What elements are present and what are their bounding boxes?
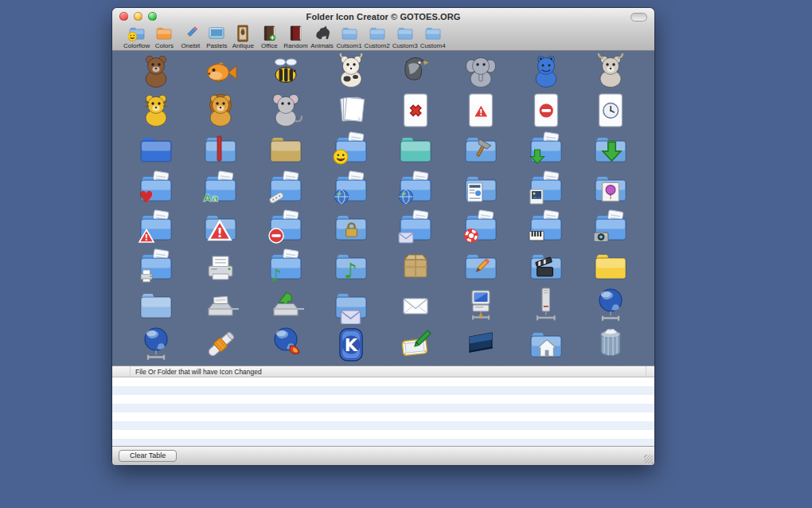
icon-card-red-x[interactable] <box>384 92 449 131</box>
icon-outbox-tray[interactable] <box>253 286 318 325</box>
icon-folder-music[interactable]: ♪ <box>318 247 384 286</box>
icon-folder-light-blue[interactable] <box>123 286 189 325</box>
icon-kde-logo[interactable]: K <box>318 325 384 364</box>
icon-lion[interactable] <box>189 92 254 131</box>
file-table[interactable] <box>112 377 654 446</box>
resize-grip[interactable] <box>644 455 653 463</box>
icon-bear[interactable] <box>123 53 189 92</box>
pencil-mini-icon <box>182 25 199 42</box>
toolbar-item-label: Custom3 <box>392 42 418 49</box>
icon-folder-home[interactable] <box>513 325 579 364</box>
icon-paper-stack[interactable] <box>318 92 384 131</box>
close-button[interactable] <box>119 12 128 21</box>
icon-folder-warning-small[interactable]: ! <box>123 209 189 248</box>
toolbar-item-office[interactable]: Office <box>257 25 281 49</box>
icon-envelope[interactable] <box>384 286 449 325</box>
icon-card-no-entry[interactable] <box>513 92 579 131</box>
icon-folder-games[interactable] <box>253 170 318 209</box>
toolbar-item-custom4[interactable]: Custom4 <box>420 25 446 49</box>
toolbar-item-antique[interactable]: Antique <box>231 25 255 49</box>
icon-folder-smiley[interactable] <box>318 131 384 170</box>
icon-server-network[interactable] <box>513 286 579 325</box>
svg-text:Aa: Aa <box>204 192 219 204</box>
folder-mini-icon <box>341 25 358 42</box>
table-header-label: File Or Folder that will have Icon Chang… <box>131 368 262 376</box>
icon-trash-can[interactable] <box>578 325 643 364</box>
icon-globe-network-2[interactable] <box>123 325 189 364</box>
icon-folder-red-stripe[interactable] <box>189 131 254 170</box>
toolbar-item-pastels[interactable]: Pastels <box>205 25 228 49</box>
title-bar[interactable]: Folder Icon Creator © GOTOES.ORG <box>112 8 654 25</box>
svg-text:♪: ♪ <box>344 258 357 282</box>
icon-goat[interactable] <box>578 53 643 92</box>
icon-folder-piano[interactable] <box>513 209 579 248</box>
svg-text:!: ! <box>144 233 148 242</box>
icon-folder-fonts-aa[interactable]: Aa <box>189 170 254 209</box>
table-header-lead-cell <box>112 366 131 377</box>
icon-folder-download-paper[interactable] <box>513 131 579 170</box>
icon-folder-music-paper[interactable]: ♪ <box>253 247 318 286</box>
icon-mouse[interactable] <box>253 92 318 131</box>
toolbar: ColorflowColorsOnebitPastelsAntiqueOffic… <box>112 25 654 51</box>
toolbar-item-onebit[interactable]: Onebit <box>178 25 202 49</box>
icon-folder-teal[interactable] <box>384 131 449 170</box>
icon-eagle[interactable] <box>384 53 449 92</box>
icon-folder-mail[interactable] <box>318 286 384 325</box>
icon-printer[interactable] <box>189 247 254 286</box>
icon-folder-clapper[interactable] <box>513 247 579 286</box>
icon-goldfish[interactable] <box>189 53 254 92</box>
toolbar-item-colorflow[interactable]: Colorflow <box>123 25 150 49</box>
icon-folder-envelope-chip[interactable] <box>384 209 449 248</box>
zoom-button[interactable] <box>148 12 157 21</box>
toolbar-item-animals[interactable]: Animals <box>310 25 334 49</box>
icon-inbox-tray[interactable] <box>189 286 254 325</box>
icon-bee[interactable] <box>253 53 318 92</box>
icon-scroll-diploma[interactable] <box>189 325 254 364</box>
icon-dark-screen[interactable] <box>448 325 513 364</box>
icon-folder-printer[interactable] <box>123 247 189 286</box>
icon-tiger[interactable] <box>123 92 189 131</box>
icon-cow[interactable] <box>318 53 384 92</box>
book-mini-icon <box>260 25 278 42</box>
icon-folder-download-big[interactable] <box>578 131 643 170</box>
toolbar-item-colors[interactable]: Colors <box>152 25 176 49</box>
icon-card-clock[interactable] <box>578 92 643 131</box>
icon-folder-no-entry[interactable] <box>253 209 318 248</box>
icon-card-warning[interactable]: ! <box>448 92 513 131</box>
icon-folder-photo[interactable] <box>513 170 579 209</box>
screen-mini-icon <box>208 25 225 42</box>
toolbar-item-cutsom1[interactable]: Cutsom1 <box>337 25 362 49</box>
icon-folder-camera[interactable] <box>578 209 643 248</box>
icon-elephant[interactable] <box>448 53 513 92</box>
icon-folder-tan[interactable] <box>253 131 318 170</box>
svg-text:K: K <box>345 335 358 354</box>
toolbar-item-custom3[interactable]: Custom3 <box>392 25 418 49</box>
icon-folder-hammer[interactable] <box>448 131 513 170</box>
icon-folder-lifebuoy[interactable] <box>448 209 513 248</box>
toolbar-item-custom2[interactable]: Custom2 <box>365 25 390 49</box>
icon-computer-network[interactable] <box>448 286 513 325</box>
icon-globe-network[interactable] <box>578 286 643 325</box>
icon-folder-balloon[interactable] <box>578 170 643 209</box>
icon-folder-globe-2[interactable] <box>384 170 449 209</box>
icon-folder-yellow[interactable] <box>578 247 643 286</box>
icon-folder-pencil[interactable] <box>448 247 513 286</box>
svg-text:♥: ♥ <box>139 188 154 207</box>
toolbar-item-label: Pastels <box>206 42 227 49</box>
folder-mini-icon <box>369 25 386 42</box>
icon-globe-fire[interactable] <box>253 325 318 364</box>
icon-blue-frog[interactable] <box>513 53 579 92</box>
icon-folder-globe[interactable] <box>318 170 384 209</box>
clear-table-button[interactable]: Clear Table <box>119 450 177 462</box>
icon-folder-dark-blue[interactable] <box>123 131 189 170</box>
icon-drawing-tablet[interactable] <box>384 325 449 364</box>
icon-cardboard-box[interactable] <box>384 247 449 286</box>
toolbar-item-random[interactable]: Random <box>283 25 307 49</box>
icon-folder-webdoc[interactable] <box>448 170 513 209</box>
icon-folder-heart[interactable]: ♥ <box>123 170 189 209</box>
folder-mini-icon <box>424 25 442 42</box>
icon-folder-lock[interactable] <box>318 209 384 248</box>
toolbar-toggle-button[interactable] <box>630 13 647 21</box>
minimize-button[interactable] <box>134 12 142 21</box>
icon-folder-warning-big[interactable]: ! <box>189 209 254 248</box>
